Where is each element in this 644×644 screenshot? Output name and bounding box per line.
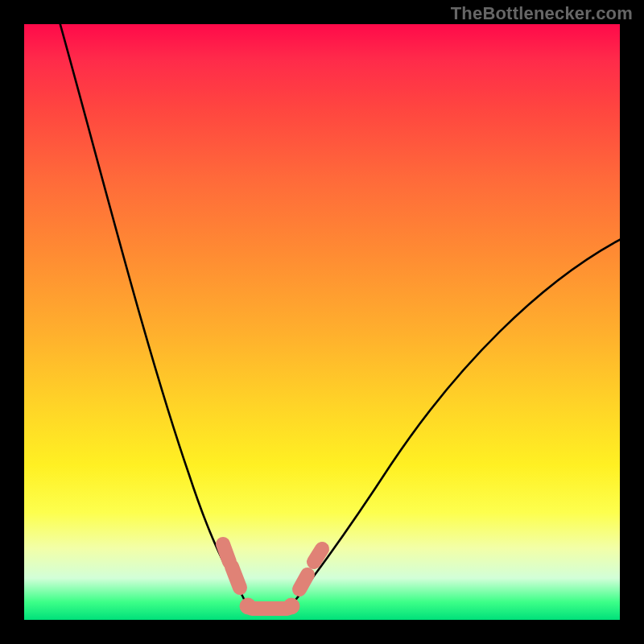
marker-right-lower xyxy=(299,575,308,589)
curve-layer xyxy=(24,24,620,620)
marker-left-upper xyxy=(223,544,229,562)
watermark-text: TheBottlenecker.com xyxy=(451,3,633,24)
marker-group xyxy=(223,544,322,614)
curve-right xyxy=(290,237,620,607)
marker-corner-right xyxy=(283,598,299,614)
curve-left xyxy=(58,24,248,607)
plot-area xyxy=(24,24,620,620)
chart-frame: TheBottlenecker.com xyxy=(0,0,644,644)
marker-right-upper xyxy=(314,549,322,562)
marker-left-lower xyxy=(232,567,240,588)
